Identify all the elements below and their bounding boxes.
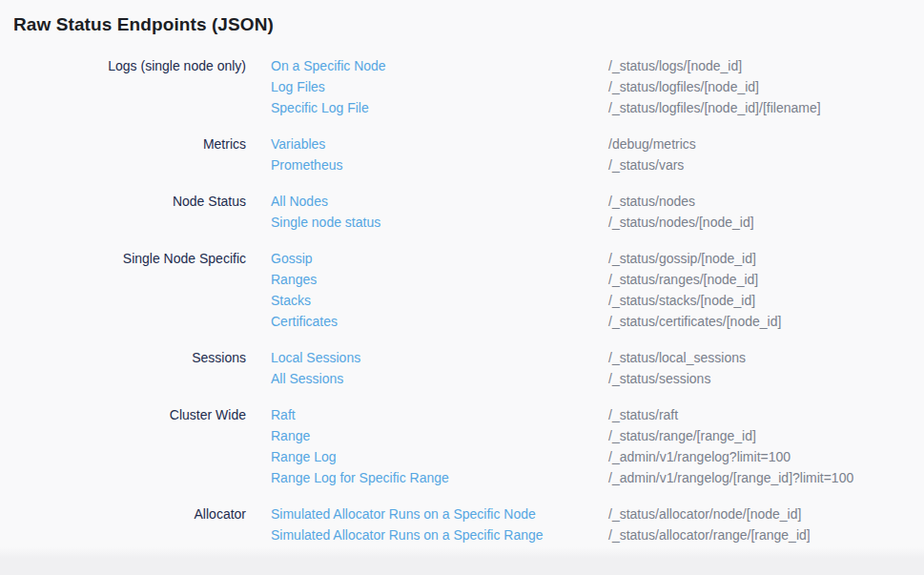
endpoint-row: Range /_status/range/[range_id] [246, 425, 924, 446]
endpoint-row: Simulated Allocator Runs on a Specific N… [246, 503, 924, 524]
endpoint-link[interactable]: Raft [271, 404, 608, 425]
endpoint-path: /_status/local_sessions [608, 347, 746, 368]
endpoint-link[interactable]: On a Specific Node [271, 55, 608, 76]
endpoint-row: Variables /debug/metrics [246, 133, 924, 154]
endpoint-link[interactable]: Local Sessions [271, 347, 608, 368]
endpoint-path: /debug/metrics [608, 133, 696, 154]
endpoint-link[interactable]: Prometheus [271, 154, 608, 175]
endpoint-path: /_status/logfiles/[node_id] [608, 76, 759, 97]
endpoint-row: Prometheus /_status/vars [246, 154, 924, 175]
endpoint-path: /_admin/v1/rangelog?limit=100 [608, 446, 791, 467]
endpoint-section: Logs (single node only) On a Specific No… [0, 55, 924, 118]
endpoint-section: Metrics Variables /debug/metrics Prometh… [0, 133, 924, 175]
endpoint-row: On a Specific Node /_status/logs/[node_i… [246, 55, 924, 76]
debug-page: Raw Status Endpoints (JSON) Logs (single… [0, 0, 924, 575]
endpoint-path: /_status/vars [608, 154, 684, 175]
endpoint-row: Specific Log File /_status/logfiles/[nod… [246, 97, 924, 118]
endpoint-row: Range Log /_admin/v1/rangelog?limit=100 [246, 446, 924, 467]
page-title: Raw Status Endpoints (JSON) [13, 12, 924, 37]
section-rows: Raft /_status/raft Range /_status/range/… [246, 404, 924, 488]
endpoint-path: /_admin/v1/rangelog/[range_id]?limit=100 [608, 467, 853, 488]
category-label: Allocator [0, 503, 246, 524]
endpoint-path: /_status/raft [608, 404, 678, 425]
endpoint-row: Certificates /_status/certificates/[node… [246, 311, 924, 332]
endpoint-row: All Nodes /_status/nodes [246, 191, 924, 212]
endpoint-row: Gossip /_status/gossip/[node_id] [246, 248, 924, 269]
category-label: Logs (single node only) [0, 55, 246, 76]
endpoint-link[interactable]: All Nodes [271, 191, 608, 212]
endpoint-path: /_status/allocator/node/[node_id] [608, 503, 801, 524]
category-label: Sessions [0, 347, 246, 368]
endpoint-row: Local Sessions /_status/local_sessions [246, 347, 924, 368]
section-rows: Local Sessions /_status/local_sessions A… [246, 347, 924, 389]
endpoint-path: /_status/gossip/[node_id] [608, 248, 756, 269]
endpoint-path: /_status/nodes/[node_id] [608, 212, 754, 233]
endpoint-link[interactable]: Specific Log File [271, 97, 608, 118]
section-rows: All Nodes /_status/nodes Single node sta… [246, 191, 924, 233]
endpoint-link[interactable]: Range Log [271, 446, 608, 467]
endpoint-section: Sessions Local Sessions /_status/local_s… [0, 347, 924, 389]
category-label: Node Status [0, 191, 246, 212]
endpoint-section: Node Status All Nodes /_status/nodes Sin… [0, 191, 924, 233]
endpoint-section: Single Node Specific Gossip /_status/gos… [0, 248, 924, 332]
category-label: Single Node Specific [0, 248, 246, 269]
endpoint-row: Stacks /_status/stacks/[node_id] [246, 290, 924, 311]
endpoint-link[interactable]: Single node status [271, 212, 608, 233]
endpoint-link[interactable]: Ranges [271, 269, 608, 290]
section-rows: Gossip /_status/gossip/[node_id] Ranges … [246, 248, 924, 332]
endpoint-row: Range Log for Specific Range /_admin/v1/… [246, 467, 924, 488]
endpoint-link[interactable]: Simulated Allocator Runs on a Specific N… [271, 503, 608, 524]
endpoint-link[interactable]: Gossip [271, 248, 608, 269]
endpoint-link[interactable]: All Sessions [271, 368, 608, 389]
category-label: Metrics [0, 133, 246, 154]
endpoint-path: /_status/logs/[node_id] [608, 55, 742, 76]
endpoint-row: Log Files /_status/logfiles/[node_id] [246, 76, 924, 97]
endpoint-link[interactable]: Certificates [271, 311, 608, 332]
endpoint-path: /_status/sessions [608, 368, 710, 389]
endpoint-row: Simulated Allocator Runs on a Specific R… [246, 524, 924, 545]
endpoint-path: /_status/nodes [608, 191, 695, 212]
endpoint-path: /_status/certificates/[node_id] [608, 311, 781, 332]
section-rows: Variables /debug/metrics Prometheus /_st… [246, 133, 924, 175]
endpoint-path: /_status/logfiles/[node_id]/[filename] [608, 97, 821, 118]
endpoint-link[interactable]: Variables [271, 133, 608, 154]
endpoint-section: Cluster Wide Raft /_status/raft Range /_… [0, 404, 924, 488]
endpoint-section: Allocator Simulated Allocator Runs on a … [0, 503, 924, 545]
endpoint-row: Ranges /_status/ranges/[node_id] [246, 269, 924, 290]
endpoint-link[interactable]: Stacks [271, 290, 608, 311]
section-rows: Simulated Allocator Runs on a Specific N… [246, 503, 924, 545]
endpoint-path: /_status/ranges/[node_id] [608, 269, 758, 290]
endpoint-link[interactable]: Range Log for Specific Range [271, 467, 608, 488]
endpoint-path: /_status/range/[range_id] [608, 425, 756, 446]
endpoint-row: All Sessions /_status/sessions [246, 368, 924, 389]
endpoint-row: Raft /_status/raft [246, 404, 924, 425]
category-label: Cluster Wide [0, 404, 246, 425]
endpoint-link[interactable]: Range [271, 425, 608, 446]
endpoint-link[interactable]: Log Files [271, 76, 608, 97]
endpoint-path: /_status/stacks/[node_id] [608, 290, 755, 311]
endpoint-table: Logs (single node only) On a Specific No… [0, 55, 924, 545]
endpoint-link[interactable]: Simulated Allocator Runs on a Specific R… [271, 524, 608, 545]
section-rows: On a Specific Node /_status/logs/[node_i… [246, 55, 924, 118]
endpoint-path: /_status/allocator/range/[range_id] [608, 524, 811, 545]
endpoint-row: Single node status /_status/nodes/[node_… [246, 212, 924, 233]
